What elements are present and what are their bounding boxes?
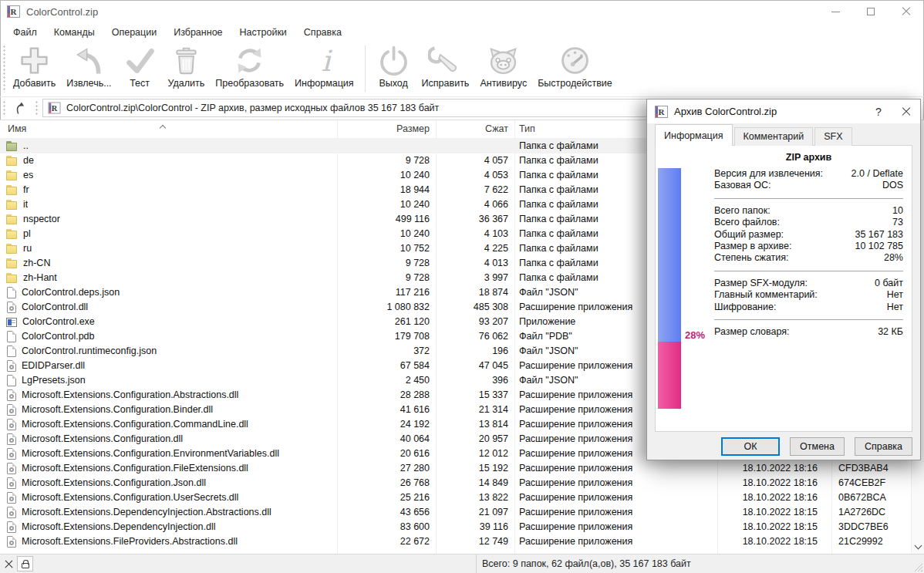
file-date: 18.10.2022 18:16: [717, 490, 831, 505]
repair-button[interactable]: Исправить: [416, 42, 475, 89]
resize-grip[interactable]: [913, 562, 922, 571]
file-name: LgPresets.json: [22, 373, 86, 388]
table-row[interactable]: Microsoft.Extensions.DependencyInjection…: [0, 505, 924, 520]
close-button[interactable]: [889, 0, 924, 23]
menu-help[interactable]: Справка: [295, 25, 350, 40]
archive-type-heading: ZIP архив: [714, 152, 903, 163]
table-row[interactable]: Microsoft.Extensions.FileProviders.Abstr…: [0, 534, 924, 549]
file-name: Microsoft.Extensions.DependencyInjection…: [22, 520, 216, 534]
archive-info-dialog: R Архив ColorControl.zip ? Информация Ко…: [646, 99, 921, 460]
add-button[interactable]: Добавить: [8, 42, 61, 89]
file-size: 1 080 832: [337, 300, 436, 315]
file-name: Microsoft.Extensions.DependencyInjection…: [22, 505, 271, 520]
table-row[interactable]: Microsoft.Extensions.Configuration.FileE…: [0, 461, 924, 476]
file-name: ColorControl.runtimeconfig.json: [22, 344, 157, 359]
dll-icon: [7, 448, 16, 460]
tab-comment[interactable]: Комментарий: [734, 127, 814, 146]
folder-icon: [6, 155, 18, 167]
maximize-button[interactable]: [853, 0, 889, 23]
info-label: Шифрование:: [714, 302, 776, 313]
file-name: nspector: [23, 212, 60, 227]
file-name: Microsoft.Extensions.Configuration.Json.…: [22, 476, 206, 490]
cancel-selection-button[interactable]: [0, 554, 17, 573]
info-row: Размер словаря: 32 КБ: [714, 326, 903, 338]
benchmark-button[interactable]: Быстродействие: [532, 42, 618, 89]
file-size: 372: [337, 344, 436, 359]
address-drag-handle[interactable]: [2, 100, 6, 116]
column-header-packed[interactable]: Сжат: [436, 120, 514, 138]
dialog-info-sections: Версия для извлечения: 2.0 / Deflate Баз…: [714, 168, 903, 338]
file-date: 18.10.2022 18:16: [717, 476, 831, 490]
column-header-name[interactable]: Имя: [0, 120, 337, 138]
info-row: Шифрование: Нет: [714, 302, 903, 313]
file-name: ..: [23, 139, 29, 153]
menu-operations[interactable]: Операции: [103, 25, 165, 40]
minimize-button[interactable]: [818, 0, 853, 23]
column-header-size[interactable]: Размер: [337, 120, 436, 138]
winrar-window: R ColorControl.zip Файл Команды Операции…: [0, 0, 924, 573]
info-button[interactable]: i Информация: [289, 42, 359, 89]
file-icon: [7, 331, 16, 342]
close-icon: [902, 7, 911, 16]
convert-button[interactable]: Преобразовать: [210, 42, 289, 89]
dll-icon: [7, 536, 16, 548]
up-level-button[interactable]: [10, 99, 32, 117]
cancel-button[interactable]: Отмена: [790, 437, 845, 456]
address-drag-handle-2[interactable]: [35, 100, 39, 116]
toolbar-drag-handle[interactable]: [2, 45, 6, 93]
file-name: Microsoft.Extensions.Configuration.Comma…: [22, 417, 248, 432]
file-name: it: [23, 197, 28, 212]
ok-button[interactable]: ОК: [721, 437, 780, 456]
file-packed: 21 097: [436, 505, 514, 520]
dialog-close-button[interactable]: [892, 99, 920, 123]
tab-information[interactable]: Информация: [655, 124, 733, 146]
file-size: 18 944: [337, 183, 436, 197]
tab-sfx[interactable]: SFX: [814, 127, 851, 146]
info-label: Размер словаря:: [714, 326, 790, 338]
delete-button[interactable]: Удалить: [163, 42, 211, 89]
table-row[interactable]: Microsoft.Extensions.DependencyInjection…: [0, 520, 924, 534]
section-separator: [714, 319, 903, 320]
file-size: 83 600: [337, 520, 436, 534]
file-date: 18.10.2022 18:15: [717, 505, 831, 520]
status-bar: Всего: 9 папок, 62 файл(а,ов), 35 167 18…: [0, 554, 924, 573]
svg-text:i: i: [321, 44, 332, 78]
exit-button[interactable]: Выход: [371, 42, 416, 89]
winrar-app-icon: R: [655, 106, 668, 118]
file-packed: [436, 139, 514, 153]
file-size: 10 752: [337, 241, 436, 256]
file-size: [337, 139, 436, 153]
file-name: pl: [23, 227, 31, 241]
folder-icon: [6, 228, 18, 240]
file-date: 18.10.2022 18:16: [717, 461, 831, 476]
menu-commands[interactable]: Команды: [46, 25, 103, 40]
dll-icon: [7, 477, 16, 489]
add-icon: [17, 43, 52, 78]
menu-options[interactable]: Настройки: [231, 25, 295, 40]
folder-icon: [6, 272, 18, 284]
table-row[interactable]: Microsoft.Extensions.Configuration.Json.…: [0, 476, 924, 490]
menu-favorites[interactable]: Избранное: [165, 25, 231, 40]
dialog-help-button[interactable]: ?: [865, 99, 892, 123]
repair-icon: [428, 43, 463, 78]
file-packed: 12 012: [436, 447, 514, 461]
file-packed: 4 053: [436, 168, 514, 183]
file-crc: 0B672BCA: [831, 490, 924, 505]
file-name: ColorControl.pdb: [22, 329, 95, 344]
file-packed: 39 116: [436, 520, 514, 534]
file-size: 26 768: [337, 476, 436, 490]
file-size: 9 728: [337, 256, 436, 271]
up-level-icon: [13, 100, 29, 116]
scroll-down-button[interactable]: [912, 541, 924, 554]
file-packed: 7 622: [436, 183, 514, 197]
gauge-blue: [658, 168, 681, 342]
table-row[interactable]: Microsoft.Extensions.Configuration.UserS…: [0, 490, 924, 505]
help-button[interactable]: Справка: [855, 437, 912, 456]
info-value: 32 КБ: [878, 326, 903, 338]
extract-button[interactable]: Извлечь...: [61, 42, 116, 89]
lock-button[interactable]: [17, 556, 33, 571]
file-packed: 76 062: [436, 329, 514, 344]
menu-file[interactable]: Файл: [5, 25, 46, 40]
antivirus-button[interactable]: Антивирус: [474, 42, 532, 89]
test-button[interactable]: Тест: [117, 42, 163, 89]
